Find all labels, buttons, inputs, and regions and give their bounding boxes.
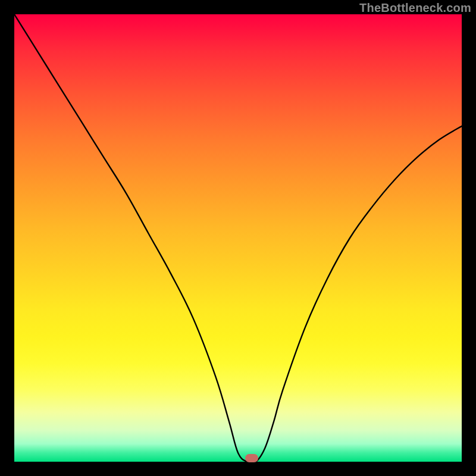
bottleneck-curve: [14, 14, 462, 462]
chart-frame: TheBottleneck.com: [0, 0, 476, 476]
watermark-text: TheBottleneck.com: [359, 1, 471, 15]
bottleneck-marker: [245, 454, 258, 462]
chart-plot-area: [14, 14, 462, 462]
